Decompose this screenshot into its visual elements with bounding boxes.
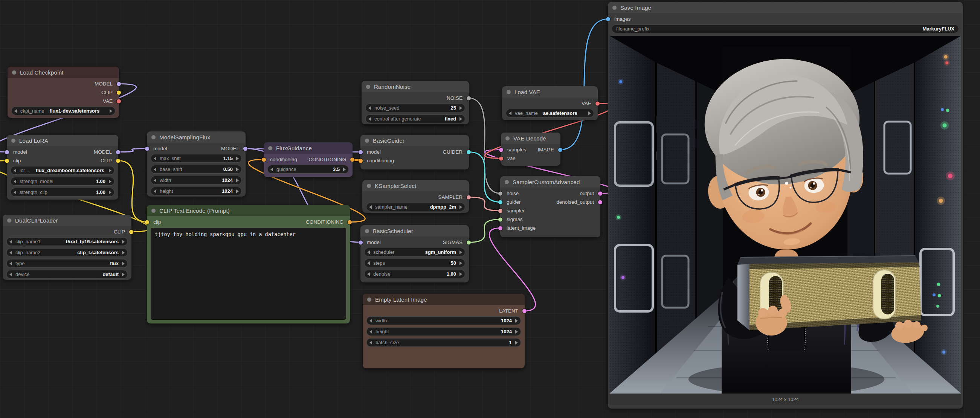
increment-arrow-icon[interactable]: [515, 330, 518, 334]
input-dot-model[interactable]: [5, 150, 9, 154]
collapse-dot-icon[interactable]: [365, 229, 369, 233]
node-header[interactable]: BasicGuider: [360, 135, 469, 146]
decrement-arrow-icon[interactable]: [270, 168, 273, 171]
widget-batch-size[interactable]: batch_size1: [366, 338, 521, 347]
increment-arrow-icon[interactable]: [122, 251, 125, 254]
output-dot-SAMPLER[interactable]: [467, 195, 471, 199]
decrement-arrow-icon[interactable]: [509, 111, 511, 115]
collapse-dot-icon[interactable]: [7, 218, 11, 223]
increment-arrow-icon[interactable]: [460, 205, 462, 209]
increment-arrow-icon[interactable]: [236, 157, 239, 161]
input-dot-sampler[interactable]: [498, 209, 503, 213]
output-dot-MODEL[interactable]: [117, 82, 121, 86]
widget-clip-name1[interactable]: clip_name1t5xxl_fp16.safetensors: [6, 237, 128, 246]
increment-arrow-icon[interactable]: [122, 262, 125, 265]
node-dual_clip_loader[interactable]: DualCLIPLoaderCLIPclip_name1t5xxl_fp16.s…: [3, 215, 132, 280]
decrement-arrow-icon[interactable]: [369, 341, 372, 345]
node-vae_decode[interactable]: VAE DecodesamplesvaeIMAGE: [501, 133, 560, 166]
widget-lor-[interactable]: lor ...flux_dreambooth.safetensors: [11, 166, 115, 175]
widget-device[interactable]: devicedefault: [6, 270, 128, 279]
output-dot-CLIP[interactable]: [129, 230, 133, 234]
increment-arrow-icon[interactable]: [588, 111, 591, 115]
increment-arrow-icon[interactable]: [236, 189, 239, 193]
collapse-dot-icon[interactable]: [367, 184, 371, 188]
input-dot-guider[interactable]: [498, 200, 503, 204]
input-dot-model[interactable]: [358, 240, 363, 245]
output-dot-denoised_output[interactable]: [598, 200, 602, 204]
collapse-dot-icon[interactable]: [505, 180, 509, 184]
output-dot-output[interactable]: [598, 191, 602, 195]
widget-height[interactable]: height1024: [366, 327, 521, 336]
widget-vae-name[interactable]: vae_nameae.safetensors: [506, 109, 594, 118]
widget-width[interactable]: width1024: [366, 316, 521, 325]
decrement-arrow-icon[interactable]: [10, 273, 12, 277]
input-dot-model[interactable]: [145, 146, 149, 151]
output-dot-MODEL[interactable]: [116, 150, 120, 154]
collapse-dot-icon[interactable]: [268, 146, 272, 150]
node-header[interactable]: Load LoRA: [7, 135, 118, 146]
node-empty_latent[interactable]: Empty Latent ImageLATENTwidth1024height1…: [363, 294, 525, 368]
output-dot-CLIP[interactable]: [117, 91, 121, 95]
decrement-arrow-icon[interactable]: [154, 157, 156, 161]
increment-arrow-icon[interactable]: [460, 106, 462, 110]
widget-type[interactable]: typeflux: [6, 259, 128, 268]
increment-arrow-icon[interactable]: [236, 168, 239, 171]
decrement-arrow-icon[interactable]: [10, 240, 12, 244]
widget-ckpt-name[interactable]: ckpt_nameflux1-dev.safetensors: [11, 106, 115, 115]
collapse-dot-icon[interactable]: [12, 70, 16, 75]
node-header[interactable]: VAE Decode: [501, 133, 560, 144]
node-save_image[interactable]: Save Imageimagesfilename_prefixMarkuryFL…: [608, 2, 963, 408]
output-dot-MODEL[interactable]: [243, 146, 247, 151]
input-dot-clip[interactable]: [5, 159, 9, 163]
decrement-arrow-icon[interactable]: [14, 191, 16, 194]
node-flux_guidance[interactable]: FluxGuidanceconditioningCONDITIONINGguid…: [264, 142, 353, 177]
decrement-arrow-icon[interactable]: [368, 117, 371, 121]
node-model_sampling_flux[interactable]: ModelSamplingFluxmodelMODELmax_shift1.15…: [147, 132, 245, 197]
widget-strength-clip[interactable]: strength_clip1.00: [11, 188, 115, 197]
collapse-dot-icon[interactable]: [366, 85, 370, 89]
widget-control-after-generate[interactable]: control after generatefixed: [365, 114, 465, 123]
collapse-dot-icon[interactable]: [507, 90, 511, 94]
output-dot-SIGMAS[interactable]: [467, 240, 471, 245]
node-random_noise[interactable]: RandomNoiseNOISEnoise_seed25control afte…: [361, 81, 469, 124]
input-dot-model[interactable]: [358, 150, 363, 154]
output-dot-VAE[interactable]: [595, 101, 600, 105]
output-dot-CLIP[interactable]: [116, 159, 120, 163]
decrement-arrow-icon[interactable]: [154, 189, 156, 193]
output-dot-CONDITIONING[interactable]: [348, 220, 352, 224]
node-clip_text_encode[interactable]: CLIP Text Encode (Prompt)clipCONDITIONIN…: [147, 205, 350, 323]
widget-width[interactable]: width1024: [151, 176, 242, 184]
decrement-arrow-icon[interactable]: [367, 250, 370, 254]
input-dot-samples[interactable]: [499, 148, 503, 152]
increment-arrow-icon[interactable]: [460, 261, 462, 265]
input-dot-vae[interactable]: [499, 156, 503, 161]
widget-steps[interactable]: steps50: [364, 259, 465, 267]
increment-arrow-icon[interactable]: [109, 191, 111, 194]
widget-scheduler[interactable]: schedulersgm_uniform: [364, 248, 465, 256]
increment-arrow-icon[interactable]: [460, 250, 462, 254]
widget-base-shift[interactable]: base_shift0.50: [151, 165, 242, 173]
decrement-arrow-icon[interactable]: [154, 168, 156, 171]
prompt-textarea[interactable]: tjtoy toy holding sparkgpu gpu in a data…: [151, 228, 346, 320]
node-load_vae[interactable]: Load VAEVAEvae_nameae.safetensors: [502, 86, 598, 120]
input-dot-noise[interactable]: [498, 191, 503, 195]
increment-arrow-icon[interactable]: [460, 117, 462, 121]
collapse-dot-icon[interactable]: [151, 209, 156, 213]
collapse-dot-icon[interactable]: [151, 135, 156, 139]
node-header[interactable]: Load VAE: [502, 86, 598, 97]
output-dot-CONDITIONING[interactable]: [350, 157, 355, 162]
node-graph-canvas[interactable]: Load CheckpointMODELCLIPVAEckpt_nameflux…: [0, 0, 980, 418]
decrement-arrow-icon[interactable]: [10, 251, 12, 254]
increment-arrow-icon[interactable]: [122, 240, 125, 244]
decrement-arrow-icon[interactable]: [369, 205, 372, 209]
node-header[interactable]: RandomNoise: [361, 81, 469, 92]
output-dot-VAE[interactable]: [117, 99, 121, 103]
node-header[interactable]: Empty Latent Image: [363, 294, 525, 305]
increment-arrow-icon[interactable]: [343, 168, 346, 171]
node-header[interactable]: BasicScheduler: [360, 225, 469, 237]
input-dot-clip[interactable]: [145, 220, 149, 224]
increment-arrow-icon[interactable]: [236, 178, 239, 182]
node-load_checkpoint[interactable]: Load CheckpointMODELCLIPVAEckpt_nameflux…: [8, 67, 119, 118]
collapse-dot-icon[interactable]: [11, 138, 16, 143]
node-header[interactable]: FluxGuidance: [264, 142, 353, 154]
